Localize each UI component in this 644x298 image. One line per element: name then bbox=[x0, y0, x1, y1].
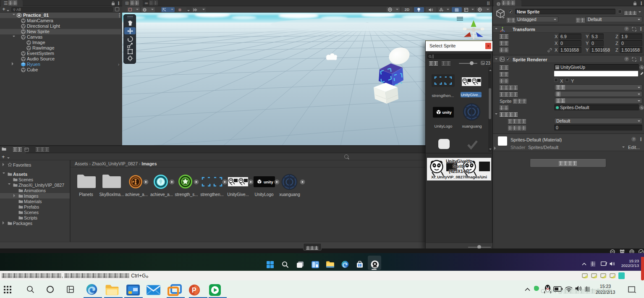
svg-text:unity: unity bbox=[264, 180, 273, 184]
svg-text:unity: unity bbox=[442, 110, 452, 115]
svg-text:P: P bbox=[192, 287, 196, 294]
